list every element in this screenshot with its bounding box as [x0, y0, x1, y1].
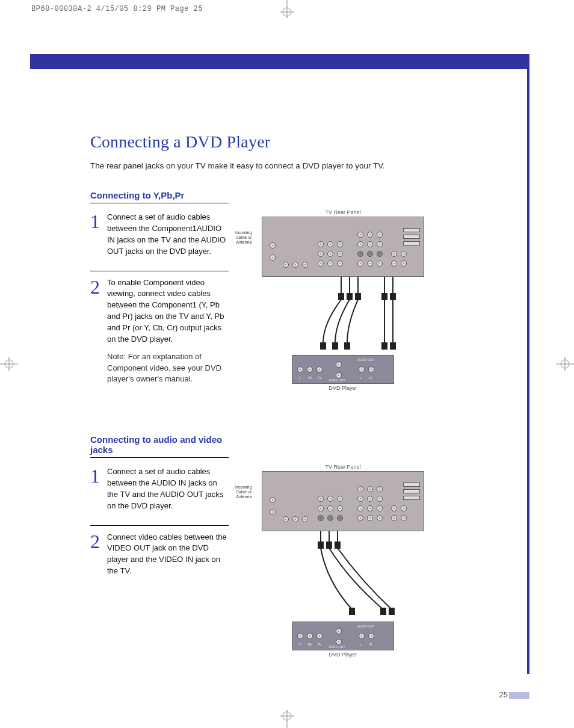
- dvd-panel-graphic: Y Pb Pr VIDEO OUT AUDIO OUT L R: [292, 355, 394, 384]
- step-2: 2 Connect video cables between the VIDEO…: [90, 525, 229, 590]
- page-number: 25: [499, 690, 508, 699]
- svg-rect-27: [389, 608, 394, 614]
- step-1: 1 Connect a set of audio cables between …: [90, 208, 229, 270]
- section-av-jacks: Connecting to audio and video jacks 1 Co…: [90, 434, 535, 659]
- svg-rect-20: [382, 343, 387, 349]
- jack-label-pr: Pr: [318, 376, 321, 380]
- steps-list: 1 Connect a set of audio cables between …: [90, 463, 229, 659]
- antenna-label: IncomingCable orAntenna: [235, 230, 252, 244]
- step-text: Connect video cables between the VIDEO O…: [107, 532, 229, 577]
- svg-rect-19: [345, 343, 350, 349]
- step-number: 2: [90, 277, 101, 386]
- registration-mark-top: [275, 0, 299, 18]
- print-job-header: BP68-00030A-2 4/15/05 8:29 PM Page 25: [31, 5, 203, 13]
- connection-diagram-av: TV Rear Panel IncomingCable orAntenna: [253, 463, 433, 659]
- jack-label-pb: Pb: [308, 643, 312, 646]
- jack-label-video: VIDEO OUT: [329, 645, 345, 649]
- jack-label-y: Y: [298, 376, 301, 380]
- svg-rect-22: [318, 542, 323, 548]
- svg-rect-16: [390, 294, 395, 300]
- step-note: Note: For an explanation of Component vi…: [107, 351, 229, 386]
- jack-label-pb: Pb: [308, 376, 312, 380]
- step-1: 1 Connect a set of audio cables between …: [90, 463, 229, 525]
- svg-rect-15: [382, 294, 387, 300]
- dvd-label: DVD Player: [253, 650, 433, 659]
- registration-mark-right: [556, 352, 574, 376]
- page-title: Connecting a DVD Player: [90, 132, 535, 152]
- tv-rear-panel-graphic: IncomingCable orAntenna: [262, 217, 424, 277]
- svg-rect-18: [333, 343, 338, 349]
- svg-rect-25: [350, 608, 354, 614]
- tv-rear-panel-graphic: IncomingCable orAntenna: [262, 471, 424, 531]
- svg-rect-17: [321, 343, 326, 349]
- registration-mark-left: [0, 352, 18, 376]
- tv-panel-label: TV Rear Panel: [253, 463, 433, 471]
- step-number: 2: [90, 532, 101, 577]
- jack-label-l: L: [360, 376, 362, 380]
- cable-graphic: [262, 277, 424, 355]
- step-2: 2 To enable Component video viewing, con…: [90, 271, 229, 399]
- step-text: To enable Component video viewing, conne…: [107, 277, 229, 345]
- cable-graphic: [262, 531, 424, 622]
- jack-label-audio: AUDIO OUT: [357, 358, 374, 362]
- step-number: 1: [90, 466, 101, 511]
- step-text: Connect a set of audio cables between th…: [107, 466, 229, 511]
- jack-label-video: VIDEO OUT: [329, 378, 345, 382]
- jack-label-pr: Pr: [318, 643, 321, 646]
- svg-rect-13: [347, 294, 352, 300]
- step-number: 1: [90, 212, 101, 257]
- page-number-tab: [509, 692, 529, 699]
- registration-mark-bottom: [275, 710, 299, 728]
- svg-rect-23: [327, 542, 332, 548]
- intro-text: The rear panel jacks on your TV make it …: [90, 160, 535, 172]
- dvd-label: DVD Player: [253, 384, 433, 392]
- jack-label-r: R: [369, 376, 372, 380]
- section-ypbpr: Connecting to Y,Pb,Pr 1 Connect a set of…: [90, 190, 535, 398]
- steps-list: 1 Connect a set of audio cables between …: [90, 208, 229, 398]
- jack-label-l: L: [360, 643, 362, 646]
- antenna-label: IncomingCable orAntenna: [235, 485, 252, 499]
- dvd-panel-graphic: Y Pb Pr VIDEO OUT AUDIO OUT L R: [292, 622, 394, 650]
- svg-rect-26: [381, 608, 386, 614]
- svg-rect-24: [335, 542, 340, 548]
- connection-diagram-component: TV Rear Panel IncomingCable orAntenna: [253, 208, 433, 398]
- section-heading: Connecting to Y,Pb,Pr: [90, 190, 229, 203]
- jack-label-r: R: [369, 643, 372, 646]
- section-heading: Connecting to audio and video jacks: [90, 434, 229, 458]
- svg-rect-14: [356, 294, 360, 300]
- jack-label-y: Y: [298, 643, 301, 646]
- step-text: Connect a set of audio cables between th…: [107, 212, 229, 257]
- jack-label-audio: AUDIO OUT: [357, 625, 374, 628]
- page-content: Connecting a DVD Player The rear panel j…: [90, 132, 535, 695]
- svg-rect-12: [339, 294, 344, 300]
- svg-rect-21: [390, 343, 395, 349]
- header-bar: [30, 54, 529, 69]
- tv-panel-label: TV Rear Panel: [253, 208, 433, 217]
